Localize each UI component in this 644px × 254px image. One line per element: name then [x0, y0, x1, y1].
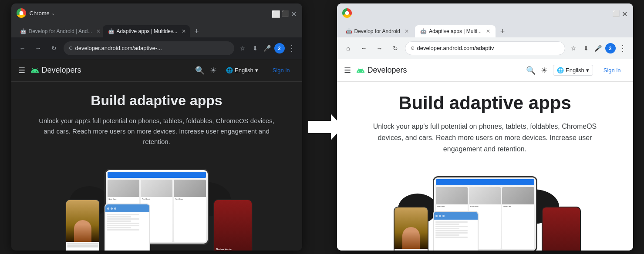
tab-favicon-android-right: 🤖: [346, 28, 352, 34]
product-text-r2: Pixel Buds: [469, 204, 501, 208]
right-browser-window: ⬜ ✕ 🤖 Develop for Android ✕ 🤖 Adaptive a…: [337, 3, 633, 251]
theme-toggle-icon[interactable]: ☀: [210, 66, 217, 75]
product-text-r1: Nest Cam: [436, 204, 468, 208]
address-actions-right: ☆ ⬇ 🎤 2 ⋮: [569, 43, 628, 53]
close-button-right[interactable]: ✕: [622, 10, 628, 16]
tab-close-icon-right-2[interactable]: ✕: [486, 28, 490, 34]
title-bar-right: ⬜ ✕: [337, 3, 633, 23]
title-bar-left: Chrome ⌄ ⬜ ⬛ ✕: [11, 3, 302, 23]
maximize-button-right[interactable]: ⬜: [612, 10, 618, 16]
left-browser-window: Chrome ⌄ ⬜ ⬛ ✕ 🤖 Develop for Android | A…: [11, 3, 302, 251]
search-icon-right[interactable]: 🔍: [526, 66, 536, 75]
doc-dot-r2: [439, 215, 441, 217]
stream-title: Shadow Hunter: [216, 248, 250, 251]
doc-device-header-right: [434, 212, 478, 220]
product-img-3: [174, 180, 206, 197]
tablet-nav-bar-right: [436, 179, 534, 185]
globe-icon-right: 🌐: [557, 67, 564, 74]
minimize-button[interactable]: ⬜: [272, 10, 278, 16]
developers-label-right: Developers: [368, 66, 407, 75]
forward-button-right[interactable]: →: [374, 42, 386, 54]
address-input-right[interactable]: ⊙ developer.android.com/adaptiv: [405, 41, 565, 55]
address-actions: ☆ ⬇ 🎤 2 ⋮: [238, 43, 297, 53]
doc-line-c: [107, 218, 139, 220]
address-text: developer.android.com/adaptive-...: [75, 45, 229, 51]
chevron-down-icon[interactable]: ⌄: [51, 11, 55, 16]
menu-button[interactable]: ⋮: [287, 43, 297, 53]
home-button-right[interactable]: ⌂: [342, 42, 354, 54]
tab-close-icon-2[interactable]: ✕: [182, 28, 186, 34]
menu-button-right[interactable]: ⋮: [617, 43, 628, 53]
lang-chevron-icon: ▾: [255, 67, 258, 74]
tablet-nav-bar: [108, 172, 206, 178]
android-icon: [30, 66, 39, 75]
tab-develop-android[interactable]: 🤖 Develop for Android | And... ✕: [15, 25, 102, 37]
tab-strip-left: 🤖 Develop for Android | And... ✕ 🤖 Adapt…: [11, 23, 302, 37]
doc-line-g: [107, 227, 131, 228]
phone-right-device: Shadow Hunter ▶ 2.4M views: [213, 199, 253, 251]
video-person: [74, 220, 91, 242]
doc-dot-r3: [442, 215, 445, 217]
doc-dot-3: [114, 207, 116, 210]
bookmark-icon[interactable]: ☆: [238, 43, 248, 53]
close-button[interactable]: ✕: [291, 10, 297, 16]
phone-left-device: [65, 199, 100, 251]
site-header-actions: 🔍 ☀ 🌐 English ▾ Sign in: [195, 64, 295, 76]
hero-section-right: Build adaptive apps Unlock your app's fu…: [337, 82, 633, 170]
back-button-right[interactable]: ←: [358, 42, 370, 54]
sign-in-button[interactable]: Sign in: [267, 64, 295, 76]
hero-desc-left: Unlock your app's full potential on phon…: [35, 116, 279, 147]
doc-dot-1: [107, 207, 109, 210]
reload-button[interactable]: ↻: [48, 42, 60, 54]
tab-close-icon[interactable]: ✕: [96, 28, 101, 34]
mic-icon[interactable]: 🎤: [262, 43, 273, 53]
hamburger-icon[interactable]: ☰: [18, 66, 25, 75]
hamburger-icon-right[interactable]: ☰: [344, 66, 351, 75]
site-header-left: ☰ Developers 🔍 ☀ 🌐 English ▾ Sign in: [11, 59, 302, 82]
download-icon[interactable]: ⬇: [250, 43, 260, 53]
language-selector[interactable]: 🌐 English ▾: [222, 65, 262, 76]
language-selector-right[interactable]: 🌐 English ▾: [553, 65, 593, 76]
tab-close-icon-right[interactable]: ✕: [405, 28, 409, 34]
reload-button-right[interactable]: ↻: [389, 42, 401, 54]
download-icon-right[interactable]: ⬇: [581, 43, 591, 53]
back-button[interactable]: ←: [17, 42, 29, 54]
doc-device-right: [433, 211, 479, 251]
tab-develop-android-right[interactable]: 🤖 Develop for Android ✕: [341, 25, 414, 37]
doc-line-b: [107, 216, 131, 217]
mic-icon-right[interactable]: 🎤: [593, 43, 604, 53]
product-img-2: [141, 180, 172, 197]
doc-line-d: [107, 221, 131, 222]
phone-doc-content-right: [394, 249, 428, 251]
profile-avatar-right[interactable]: 2: [605, 43, 616, 53]
forward-button[interactable]: →: [32, 42, 44, 54]
tab-adaptive-apps[interactable]: 🤖 Adaptive apps | Multidev... ✕: [103, 25, 190, 37]
phone-left-screen-right: [394, 207, 428, 251]
doc-line-h: [107, 229, 139, 231]
search-icon[interactable]: 🔍: [195, 66, 205, 75]
address-bar-left: ← → ↻ ⊙ developer.android.com/adaptive-.…: [11, 37, 302, 59]
sign-in-button-right[interactable]: Sign in: [598, 64, 626, 76]
maximize-button[interactable]: ⬛: [281, 10, 287, 16]
arrow-shape: [308, 121, 331, 133]
new-tab-button-right[interactable]: +: [496, 25, 509, 37]
product-img-1: [108, 180, 139, 197]
video-person-right: [402, 227, 420, 249]
tab-favicon-adaptive: 🤖: [108, 28, 114, 34]
chrome-logo-icon: [17, 8, 26, 18]
doc-device: [105, 204, 150, 251]
doc-device-body: [105, 212, 149, 232]
doc-line-f: [107, 225, 139, 226]
bookmark-icon-right[interactable]: ☆: [569, 43, 579, 53]
theme-toggle-icon-right[interactable]: ☀: [541, 66, 548, 75]
address-input[interactable]: ⊙ developer.android.com/adaptive-...: [64, 41, 234, 55]
product-img-r3: [502, 187, 534, 204]
profile-avatar[interactable]: 2: [274, 43, 285, 53]
lang-chevron-icon-right: ▾: [586, 67, 589, 74]
new-tab-button[interactable]: +: [191, 25, 203, 37]
lock-icon-right: ⊙: [411, 45, 415, 51]
tab-adaptive-apps-right[interactable]: 🤖 Adaptive apps | Multi... ✕: [415, 25, 496, 37]
devices-scene-right: Nest Cam Pixel Buds Nest Cam: [337, 172, 633, 251]
grid-item-3: Nest Cam: [174, 180, 206, 242]
phone-right-device-right: Shadow Hunter ▶ 2.4M views: [542, 207, 581, 251]
